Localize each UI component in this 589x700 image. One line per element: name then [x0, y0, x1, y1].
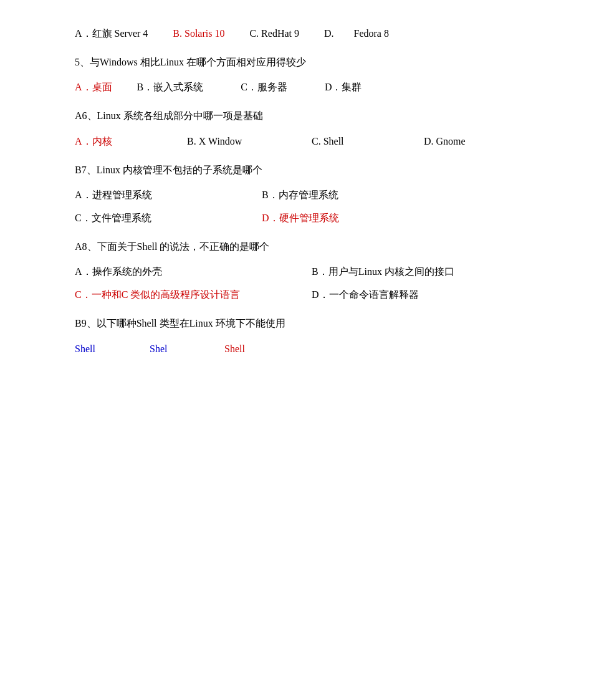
q9-shells: Shell Shel Shell: [75, 340, 514, 358]
q9-shell-1: Shell: [75, 340, 150, 358]
q6-options: A．内核 B. X Window C. Shell D. Gnome: [75, 133, 514, 151]
q8-option-b: B．用户与Linux 内核之间的接口: [312, 263, 454, 281]
q7-options-row2: C．文件管理系统 D．硬件管理系统: [75, 209, 514, 228]
q7-option-c: C．文件管理系统: [75, 209, 237, 228]
q7-question: B7、Linux 内核管理不包括的子系统是哪个: [75, 162, 514, 178]
q4-option-b: B. Solaris 10: [173, 25, 224, 43]
q6-question: A6、Linux 系统各组成部分中哪一项是基础: [75, 108, 514, 124]
q9-shell-2: Shel: [150, 340, 224, 358]
q5-section: 5、与Windows 相比Linux 在哪个方面相对应用得较少 A．桌面 B．嵌…: [75, 54, 514, 97]
q7-option-b: B．内存管理系统: [262, 186, 338, 204]
q8-option-d: D．一个命令语言解释器: [312, 286, 419, 304]
q5-options: A．桌面 B．嵌入式系统 C．服务器 D．集群: [75, 79, 514, 97]
q6-section: A6、Linux 系统各组成部分中哪一项是基础 A．内核 B. X Window…: [75, 108, 514, 150]
q5-option-a: A．桌面: [75, 79, 112, 97]
q7-option-a: A．进程管理系统: [75, 186, 237, 204]
q8-options-row2: C．一种和C 类似的高级程序设计语言 D．一个命令语言解释器: [75, 286, 514, 304]
q9-shell-3: Shell: [224, 340, 299, 358]
q7-section: B7、Linux 内核管理不包括的子系统是哪个 A．进程管理系统 B．内存管理系…: [75, 162, 514, 228]
q9-question: B9、以下哪种Shell 类型在Linux 环境下不能使用: [75, 315, 514, 332]
q8-options-row1: A．操作系统的外壳 B．用户与Linux 内核之间的接口: [75, 263, 514, 281]
q8-option-a: A．操作系统的外壳: [75, 263, 287, 281]
q8-option-c: C．一种和C 类似的高级程序设计语言: [75, 286, 287, 304]
q6-option-d: D. Gnome: [424, 133, 466, 151]
q6-option-a: A．内核: [75, 133, 162, 151]
q5-option-b: B．嵌入式系统: [137, 79, 204, 97]
q4-option-c: C. RedHat 9: [249, 25, 299, 43]
q8-section: A8、下面关于Shell 的说法，不正确的是哪个 A．操作系统的外壳 B．用户与…: [75, 239, 514, 304]
q9-section: B9、以下哪种Shell 类型在Linux 环境下不能使用 Shell Shel…: [75, 315, 514, 358]
q7-option-d: D．硬件管理系统: [262, 209, 339, 228]
q8-question: A8、下面关于Shell 的说法，不正确的是哪个: [75, 239, 514, 255]
q7-options-row1: A．进程管理系统 B．内存管理系统: [75, 186, 514, 204]
q4-options: A．红旗 Server 4 B. Solaris 10 C. RedHat 9 …: [75, 25, 514, 43]
q5-question: 5、与Windows 相比Linux 在哪个方面相对应用得较少: [75, 54, 514, 70]
q6-option-c: C. Shell: [312, 133, 399, 151]
q4-option-a: A．红旗 Server 4: [75, 25, 148, 43]
q4-section: A．红旗 Server 4 B. Solaris 10 C. RedHat 9 …: [75, 25, 514, 43]
q6-option-b: B. X Window: [187, 133, 287, 151]
q5-option-d: D．集群: [325, 79, 362, 97]
q4-option-d: D. Fedora 8: [324, 25, 389, 43]
q5-option-c: C．服务器: [241, 79, 287, 97]
